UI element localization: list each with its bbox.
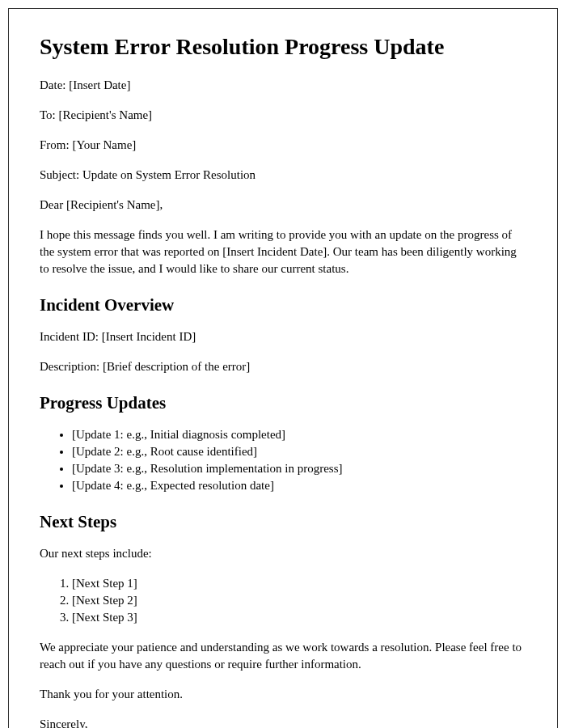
- list-item: [Next Step 3]: [72, 609, 526, 626]
- date-line: Date: [Insert Date]: [40, 77, 526, 94]
- subject-line: Subject: Update on System Error Resoluti…: [40, 167, 526, 184]
- incident-heading: Incident Overview: [40, 295, 526, 315]
- next-steps-intro: Our next steps include:: [40, 545, 526, 562]
- next-steps-heading: Next Steps: [40, 512, 526, 532]
- incident-id: Incident ID: [Insert Incident ID]: [40, 328, 526, 345]
- signoff: Sincerely,: [40, 716, 526, 728]
- list-item: [Update 4: e.g., Expected resolution dat…: [72, 477, 526, 494]
- next-steps-list: [Next Step 1] [Next Step 2] [Next Step 3…: [72, 575, 526, 626]
- list-item: [Next Step 2]: [72, 592, 526, 609]
- incident-description: Description: [Brief description of the e…: [40, 358, 526, 375]
- document-page: System Error Resolution Progress Update …: [8, 8, 558, 728]
- list-item: [Update 3: e.g., Resolution implementati…: [72, 460, 526, 477]
- appreciation-paragraph: We appreciate your patience and understa…: [40, 639, 526, 673]
- thanks-line: Thank you for your attention.: [40, 686, 526, 703]
- document-title: System Error Resolution Progress Update: [40, 33, 526, 61]
- list-item: [Update 2: e.g., Root cause identified]: [72, 443, 526, 460]
- salutation: Dear [Recipient's Name],: [40, 197, 526, 214]
- from-line: From: [Your Name]: [40, 137, 526, 154]
- intro-paragraph: I hope this message finds you well. I am…: [40, 226, 526, 277]
- list-item: [Update 1: e.g., Initial diagnosis compl…: [72, 426, 526, 443]
- list-item: [Next Step 1]: [72, 575, 526, 592]
- progress-list: [Update 1: e.g., Initial diagnosis compl…: [72, 426, 526, 494]
- progress-heading: Progress Updates: [40, 393, 526, 413]
- to-line: To: [Recipient's Name]: [40, 107, 526, 124]
